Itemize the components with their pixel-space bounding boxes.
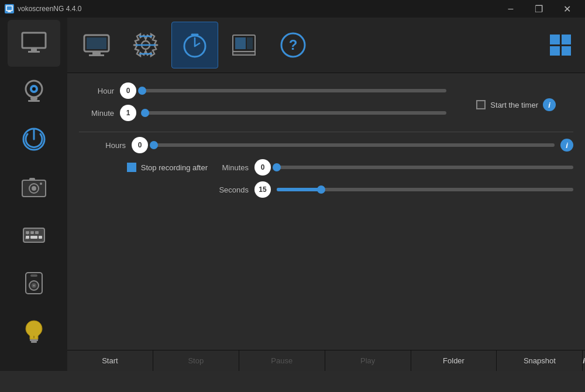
sidebar-item-webcam[interactable] <box>8 68 60 115</box>
stop-recording-label: Stop recording after <box>141 163 208 172</box>
svg-rect-31 <box>30 274 37 277</box>
windows-logo <box>544 29 577 61</box>
svg-text:?: ? <box>289 37 298 53</box>
close-button[interactable]: ✕ <box>553 0 580 18</box>
stop-minutes-slider-track[interactable] <box>277 166 573 169</box>
stop-info-button[interactable]: i <box>560 139 573 152</box>
svg-point-16 <box>40 183 42 185</box>
minute-slider-thumb[interactable] <box>141 109 149 117</box>
start-timer-checkbox[interactable] <box>476 100 486 109</box>
stop-minutes-value: 0 <box>254 159 271 176</box>
stop-seconds-label: Seconds <box>79 185 249 194</box>
stop-hours-value: 0 <box>132 137 148 153</box>
svg-text:Ctrl: Ctrl <box>25 237 29 240</box>
hour-value: 0 <box>120 82 136 99</box>
capture-tab-icon <box>229 30 259 60</box>
sidebar-item-audio[interactable] <box>8 116 60 163</box>
bottom-info-button[interactable]: i <box>583 350 585 371</box>
svg-rect-3 <box>22 33 46 48</box>
tab-help[interactable]: ? <box>270 22 316 68</box>
svg-rect-51 <box>247 37 253 49</box>
sidebar-item-monitor[interactable] <box>8 20 60 67</box>
folder-button[interactable]: Folder <box>411 350 497 371</box>
restore-button[interactable]: ❐ <box>525 0 552 18</box>
stop-seconds-row: Seconds 15 <box>79 181 573 198</box>
monitor-icon <box>18 27 50 60</box>
svg-rect-32 <box>30 339 38 341</box>
svg-rect-15 <box>29 178 35 181</box>
win-logo-cell-1 <box>550 35 560 44</box>
svg-rect-9 <box>30 97 37 100</box>
stop-hours-row: Hours 0 i <box>79 137 573 153</box>
audio-icon <box>18 123 50 156</box>
hour-slider-thumb[interactable] <box>138 87 146 95</box>
tab-settings[interactable] <box>122 22 169 68</box>
svg-rect-49 <box>233 51 255 55</box>
screen-tab-icon <box>81 30 112 60</box>
stop-button[interactable]: Stop <box>153 350 239 371</box>
start-timer-row: Start the timer i <box>476 98 556 111</box>
start-timer-section: Hour 0 Minute 1 <box>79 82 573 127</box>
divider-1 <box>79 132 573 132</box>
tab-capture[interactable] <box>221 22 267 68</box>
svg-rect-5 <box>28 51 40 53</box>
stop-hours-label: Hours <box>79 141 126 150</box>
start-button[interactable]: Start <box>67 350 153 371</box>
sidebar-item-keyboard[interactable]: y x Ctrl <box>8 212 60 259</box>
stop-seconds-slider-track[interactable] <box>277 188 573 191</box>
stop-seconds-value: 15 <box>254 181 271 198</box>
stop-seconds-thumb[interactable] <box>317 185 325 194</box>
svg-point-14 <box>32 186 36 191</box>
content-inner: Hour 0 Minute 1 <box>67 73 585 350</box>
hour-row: Hour 0 <box>79 82 464 99</box>
stop-minutes-row: Stop recording after Minutes 0 <box>79 159 573 176</box>
keyboard-icon: y x Ctrl <box>18 219 50 252</box>
hour-section: Hour 0 Minute 1 <box>79 82 464 127</box>
stop-hours-thumb[interactable] <box>150 141 158 149</box>
svg-rect-50 <box>235 37 246 49</box>
snapshot-button[interactable]: Snapshot <box>497 350 583 371</box>
hour-slider-track[interactable] <box>142 89 446 92</box>
stop-checkbox-group: Stop recording after <box>79 163 208 172</box>
svg-rect-22 <box>30 236 37 239</box>
minimize-button[interactable]: – <box>497 0 524 18</box>
tab-timer[interactable] <box>171 22 218 68</box>
webcam-icon <box>18 75 50 108</box>
sidebar-item-bulb[interactable] <box>8 308 60 355</box>
stop-minutes-label: Minutes <box>214 163 249 172</box>
sidebar-item-screenshot[interactable] <box>8 164 60 211</box>
start-timer-label: Start the timer <box>490 101 538 109</box>
play-button[interactable]: Play <box>325 350 411 371</box>
svg-rect-4 <box>31 48 37 51</box>
svg-rect-23 <box>39 236 42 239</box>
svg-rect-10 <box>28 100 40 102</box>
right-panel: ? <box>67 18 585 371</box>
svg-rect-0 <box>6 6 12 11</box>
tab-screen[interactable] <box>73 22 120 68</box>
timer-info-button[interactable]: i <box>543 98 556 111</box>
stop-minutes-thumb[interactable] <box>273 163 281 171</box>
settings-tab-icon <box>130 30 161 60</box>
timer-tab-icon <box>180 30 210 60</box>
svg-point-30 <box>33 285 35 287</box>
toolbar: ? <box>67 18 585 73</box>
sidebar: y x Ctrl <box>0 18 67 371</box>
window-controls: – ❐ ✕ <box>497 0 580 18</box>
screenshot-icon <box>18 171 50 204</box>
content-area: Hour 0 Minute 1 <box>67 73 585 350</box>
help-tab-icon: ? <box>278 30 308 60</box>
minute-row: Minute 1 <box>79 105 464 121</box>
stop-hours-slider-track[interactable] <box>154 143 555 147</box>
hour-label: Hour <box>79 87 114 95</box>
sidebar-item-media[interactable] <box>8 260 60 307</box>
stop-recording-section: Hours 0 i Stop recording after <box>79 137 573 198</box>
titlebar: vokoscreenNG 4.4.0 – ❐ ✕ <box>0 0 585 18</box>
svg-rect-36 <box>92 51 101 54</box>
app-title: vokoscreenNG 4.4.0 <box>18 5 494 13</box>
pause-button[interactable]: Pause <box>239 350 325 371</box>
main-layout: y x Ctrl <box>0 18 585 371</box>
stop-recording-checkbox[interactable] <box>127 163 136 172</box>
app-icon <box>5 4 14 13</box>
minute-slider-track[interactable] <box>142 111 446 115</box>
svg-rect-33 <box>31 341 37 343</box>
